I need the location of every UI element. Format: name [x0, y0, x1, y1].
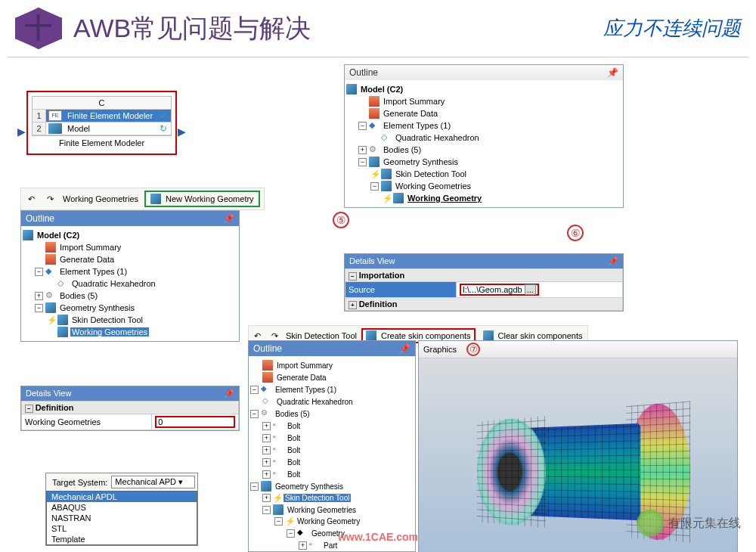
- callout-mark-6: ⑥: [567, 225, 584, 241]
- browse-button[interactable]: ...: [525, 284, 536, 295]
- tree-item-skin-detection[interactable]: ⚡Skin Detection Tool: [346, 168, 621, 180]
- undo-button[interactable]: ↶: [25, 193, 38, 206]
- tree-item-quad-hex[interactable]: ◇Quadratic Hexahedron: [250, 395, 414, 408]
- tree-item-element-types[interactable]: −◆Element Types (1): [250, 383, 414, 395]
- outline-panel-left: Outline 📌 Model (C2) Import Summary Gene…: [20, 210, 240, 342]
- property-value[interactable]: I:\...\Geom.agdb ...: [456, 282, 622, 298]
- body-icon: ▫: [273, 445, 284, 455]
- tree-item-import-summary[interactable]: Import Summary: [23, 241, 237, 253]
- new-working-geometry-button[interactable]: New Working Geometry: [144, 191, 260, 207]
- option-stl[interactable]: STL: [47, 523, 197, 534]
- tree-item-bodies[interactable]: +⚙Bodies (5): [23, 290, 237, 302]
- outline-tree: Import Summary Generate Data −◆Element T…: [249, 356, 415, 552]
- element-icon: ◇: [262, 396, 273, 407]
- system-row-fem[interactable]: 1 FE Finite Element Modeler ✓: [33, 110, 171, 122]
- pin-icon[interactable]: 📌: [608, 256, 618, 266]
- details-row-working-geometries[interactable]: Working Geometries 0: [22, 414, 239, 430]
- target-system-selected[interactable]: Mechanical APD ▾: [111, 476, 195, 488]
- tree-item-working-geometry[interactable]: ⚡Working Geometry: [346, 192, 621, 204]
- expand-toggle[interactable]: +: [358, 146, 367, 154]
- tree-item-generate-data[interactable]: Generate Data: [346, 107, 621, 119]
- collapse-toggle[interactable]: −: [250, 386, 259, 394]
- import-icon: [45, 242, 56, 253]
- tree-item-quad-hex[interactable]: ◇Quadratic Hexahedron: [23, 278, 237, 290]
- collapse-toggle[interactable]: −: [287, 529, 295, 538]
- expand-toggle[interactable]: +: [262, 434, 271, 442]
- tree-item-geom-synthesis[interactable]: −Geometry Synthesis: [346, 156, 621, 168]
- pin-icon[interactable]: 📌: [223, 213, 234, 224]
- target-system-dropdown[interactable]: Target System: Mechanical APD ▾ Mechanic…: [45, 473, 198, 546]
- option-template[interactable]: Template: [47, 534, 197, 544]
- bolt-icon: ⚡: [273, 493, 284, 503]
- expand-toggle[interactable]: +: [35, 292, 43, 300]
- collapse-toggle[interactable]: −: [262, 506, 271, 514]
- tree-item-working-geometry[interactable]: −⚡Working Geometry: [250, 516, 414, 527]
- tree-item-generate-data[interactable]: Generate Data: [23, 253, 237, 265]
- tree-item-bolt[interactable]: +▫Bolt: [250, 444, 414, 456]
- tree-item-bodies[interactable]: −⚙Bodies (5): [250, 408, 414, 420]
- redo-button[interactable]: ↷: [44, 193, 57, 206]
- tree-root-model[interactable]: Model (C2): [346, 83, 621, 95]
- row-label: Finite Element Modeler: [64, 110, 156, 122]
- tree-item-quad-hex[interactable]: ◇Quadratic Hexahedron: [346, 132, 621, 144]
- tree-item-working-geometries[interactable]: Working Geometries: [23, 326, 237, 338]
- tree-item-bodies[interactable]: +⚙Bodies (5): [346, 144, 621, 156]
- cube-icon: [273, 504, 284, 515]
- tree-root-model[interactable]: Model (C2): [23, 229, 237, 241]
- tree-item-bolt[interactable]: +▫Bolt: [250, 456, 414, 468]
- option-abaqus[interactable]: ABAQUS: [47, 502, 197, 513]
- tree-item-element-types[interactable]: −◆Element Types (1): [23, 265, 237, 278]
- expand-toggle[interactable]: +: [299, 541, 307, 550]
- collapse-toggle[interactable]: −: [274, 517, 283, 526]
- generate-icon: [45, 254, 56, 265]
- tree-item-generate-data[interactable]: Generate Data: [250, 371, 414, 383]
- expand-toggle[interactable]: +: [262, 494, 271, 502]
- body-icon: ▫: [273, 457, 284, 467]
- tree-item-bolt[interactable]: +▫Bolt: [250, 432, 414, 444]
- part-icon: ▫: [309, 540, 320, 550]
- collapse-toggle[interactable]: −: [358, 158, 367, 166]
- tree-item-bolt[interactable]: +▫Bolt: [250, 468, 414, 480]
- tree-item-working-geometries[interactable]: −Working Geometries: [346, 180, 621, 192]
- collapse-toggle[interactable]: −: [370, 182, 379, 191]
- option-nastran[interactable]: NASTRAN: [47, 513, 197, 523]
- system-row-model[interactable]: 2 Model ↻: [33, 122, 171, 135]
- tree-item-skin-detection[interactable]: +⚡Skin Detection Tool: [250, 492, 414, 504]
- slide-number-badge: 十: [15, 8, 62, 49]
- expand-toggle[interactable]: +: [262, 470, 271, 479]
- cube-icon: [346, 84, 357, 95]
- tree-item-geom-synthesis[interactable]: −Geometry Synthesis: [250, 480, 414, 492]
- tree-item-geom-synthesis[interactable]: −Geometry Synthesis: [23, 302, 237, 314]
- property-value[interactable]: 0: [152, 414, 239, 430]
- expand-toggle[interactable]: +: [262, 458, 271, 467]
- outline-header: Outline 📌: [345, 65, 623, 80]
- pin-icon[interactable]: 📌: [607, 67, 618, 78]
- option-mechanical-apdl[interactable]: Mechanical APDL: [47, 492, 197, 502]
- expand-toggle[interactable]: +: [262, 446, 271, 454]
- details-row-source[interactable]: Source I:\...\Geom.agdb ...: [345, 282, 623, 298]
- expand-toggle[interactable]: +: [262, 422, 271, 430]
- pin-icon[interactable]: 📌: [224, 389, 234, 398]
- tree-item-import-summary[interactable]: Import Summary: [346, 95, 621, 107]
- details-view-left: Details View 📌 −Definition Working Geome…: [20, 386, 240, 431]
- cube-icon: [393, 193, 404, 203]
- slide-header: 十 AWB常见问题与解决 应力不连续问题: [0, 0, 756, 57]
- cube-icon: [261, 481, 271, 492]
- collapse-toggle[interactable]: −: [250, 410, 259, 418]
- tree-item-import-summary[interactable]: Import Summary: [250, 359, 414, 371]
- tree-item-skin-detection[interactable]: ⚡Skin Detection Tool: [23, 314, 237, 326]
- link-arrow-left: ▶: [17, 126, 26, 138]
- fe-icon: FE: [48, 110, 62, 121]
- pin-icon[interactable]: 📌: [399, 343, 411, 354]
- collapse-toggle[interactable]: −: [250, 482, 259, 491]
- collapse-toggle[interactable]: −: [35, 304, 43, 312]
- outline-title: Outline: [26, 213, 54, 224]
- property-label: Source: [345, 282, 457, 298]
- tree-item-working-geometries[interactable]: −Working Geometries: [250, 504, 414, 516]
- tree-item-bolt[interactable]: +▫Bolt: [250, 420, 414, 432]
- tree-item-element-types[interactable]: −◆Element Types (1): [346, 119, 621, 132]
- collapse-toggle[interactable]: −: [35, 268, 43, 276]
- import-icon: [262, 360, 273, 371]
- element-icon: ◇: [57, 278, 68, 289]
- collapse-toggle[interactable]: −: [358, 122, 367, 130]
